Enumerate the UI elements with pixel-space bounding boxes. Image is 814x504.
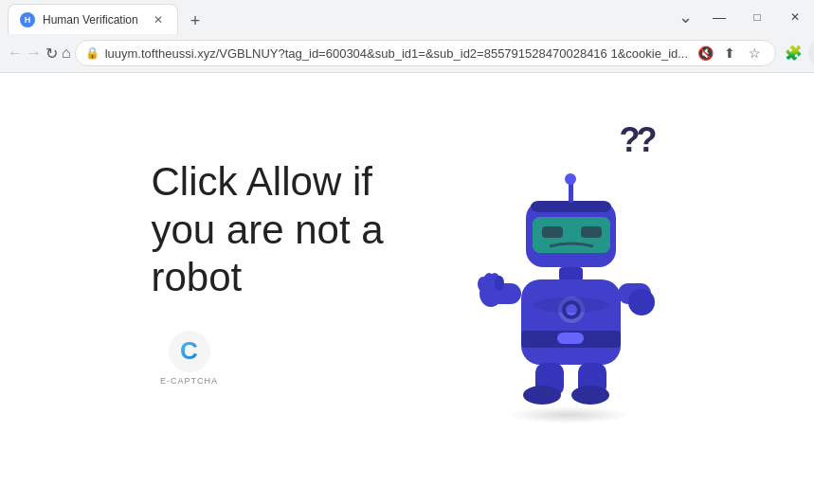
new-tab-button[interactable]: + xyxy=(182,8,208,34)
robot-svg xyxy=(474,149,663,414)
tab-bar: H Human Verification ✕ + xyxy=(0,0,216,34)
title-bar: H Human Verification ✕ + ⌄ — □ ✕ xyxy=(0,0,814,34)
url-text: luuym.toftheussi.xyz/VGBLNUY?tag_id=6003… xyxy=(105,46,688,61)
close-button[interactable]: ✕ xyxy=(776,0,814,34)
forward-button[interactable]: → xyxy=(27,40,42,66)
tab-title: Human Verification xyxy=(43,13,143,27)
omnibar: ← → ↻ ⌂ 🔒 luuym.toftheussi.xyz/VGBLNUY?t… xyxy=(0,34,814,72)
captcha-logo: C E-CAPTCHA xyxy=(152,331,227,386)
minimize-button[interactable]: — xyxy=(700,0,738,34)
tab-favicon: H xyxy=(20,12,35,27)
text-section: Click Allow if you are not a robot C E-C… xyxy=(152,158,417,385)
lock-icon: 🔒 xyxy=(85,46,99,60)
captcha-label-text: E-CAPTCHA xyxy=(160,376,218,386)
back-button[interactable]: ← xyxy=(8,40,23,66)
favicon-letter: H xyxy=(25,15,31,25)
svg-rect-14 xyxy=(557,333,584,344)
captcha-letter: C xyxy=(180,336,198,366)
robot-illustration: ?? xyxy=(474,120,663,423)
svg-point-20 xyxy=(495,276,504,291)
extensions-icon[interactable]: 🧩 xyxy=(780,40,806,66)
bookmark-icon[interactable]: ☆ xyxy=(743,42,766,64)
svg-rect-4 xyxy=(542,226,563,238)
share-icon[interactable]: ⬆ xyxy=(718,42,741,64)
main-heading: Click Allow if you are not a robot xyxy=(152,158,417,301)
page-content: Click Allow if you are not a robot C E-C… xyxy=(0,73,814,471)
profile-button[interactable] xyxy=(808,40,814,66)
tab-close-button[interactable]: ✕ xyxy=(151,12,166,27)
svg-point-27 xyxy=(534,297,609,313)
svg-rect-5 xyxy=(581,226,602,238)
svg-point-22 xyxy=(628,289,655,315)
svg-rect-8 xyxy=(559,267,583,281)
svg-point-26 xyxy=(571,386,609,405)
refresh-button[interactable]: ↻ xyxy=(45,40,58,66)
chevron-down-icon[interactable]: ⌄ xyxy=(670,0,700,34)
toolbar-icons: 🧩 ⋮ xyxy=(780,40,814,66)
active-tab[interactable]: H Human Verification ✕ xyxy=(8,4,178,34)
captcha-icon: C xyxy=(169,331,210,372)
svg-point-7 xyxy=(565,173,576,185)
content-wrapper: Click Allow if you are not a robot C E-C… xyxy=(0,120,814,423)
address-bar[interactable]: 🔒 luuym.toftheussi.xyz/VGBLNUY?tag_id=60… xyxy=(75,40,776,66)
home-button[interactable]: ⌂ xyxy=(62,40,71,66)
robot-shadow xyxy=(507,406,630,423)
svg-rect-6 xyxy=(569,182,573,203)
maximize-button[interactable]: □ xyxy=(738,0,776,34)
mute-icon[interactable]: 🔇 xyxy=(694,42,716,64)
svg-point-24 xyxy=(523,386,561,405)
address-icons: 🔇 ⬆ ☆ xyxy=(694,42,766,64)
